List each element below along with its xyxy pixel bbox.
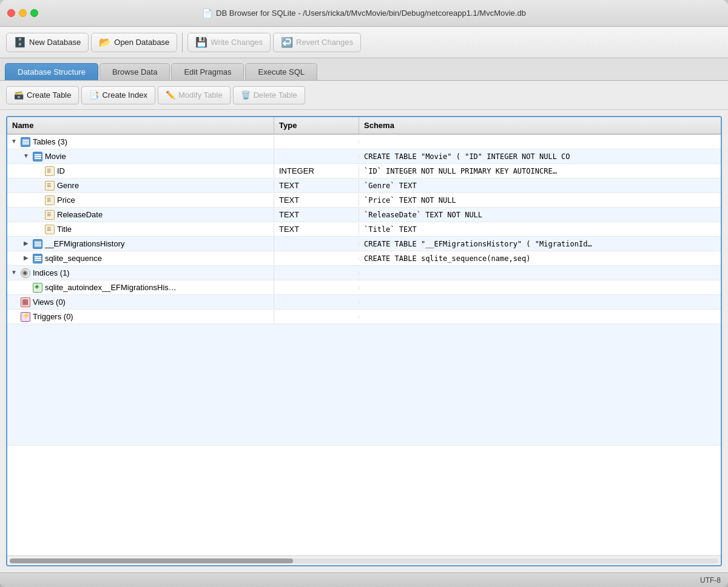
type-cell — [274, 140, 359, 144]
list-item[interactable]: ▼ Indices (1) — [7, 266, 721, 280]
list-item[interactable]: Triggers (0) — [7, 310, 721, 324]
column-icon — [45, 181, 55, 191]
list-item[interactable]: ▶ __EFMigrationsHistory CREATE TABLE "__… — [7, 237, 721, 251]
main-window: 📄 DB Browser for SQLite - /Users/ricka/t… — [0, 0, 728, 587]
open-database-button[interactable]: 📂 Open Database — [91, 33, 177, 52]
table-icon — [33, 239, 42, 249]
type-cell: TEXT — [274, 208, 359, 221]
name-cell: ReleaseDate — [7, 208, 274, 222]
toggle-arrow[interactable]: ▶ — [22, 240, 30, 248]
schema-cell: CREATE TABLE "__EFMigrationsHistory" ( "… — [359, 238, 721, 250]
list-item[interactable]: Title TEXT `Title` TEXT — [7, 222, 721, 237]
type-cell — [274, 286, 359, 290]
open-database-icon: 📂 — [99, 36, 111, 48]
schema-cell — [359, 286, 721, 290]
type-cell — [274, 155, 359, 158]
create-index-button[interactable]: 📑 Create Index — [81, 86, 155, 104]
open-database-label: Open Database — [114, 38, 169, 47]
traffic-lights — [7, 9, 38, 17]
list-item[interactable]: ID INTEGER `ID` INTEGER NOT NULL PRIMARY… — [7, 164, 721, 178]
schema-cell: CREATE TABLE "Movie" ( "ID" INTEGER NOT … — [359, 151, 721, 163]
type-cell: INTEGER — [274, 165, 359, 177]
list-item[interactable]: ▼ Movie CREATE TABLE "Movie" ( "ID" INTE… — [7, 149, 721, 164]
name-cell: Views (0) — [7, 296, 274, 309]
new-database-label: New Database — [29, 38, 81, 47]
maximize-button[interactable] — [30, 9, 38, 17]
tab-execute-sql[interactable]: Execute SQL — [245, 63, 317, 80]
list-item[interactable]: Price TEXT `Price` TEXT NOT NULL — [7, 193, 721, 208]
list-item[interactable]: ▼ Tables (3) — [7, 135, 721, 149]
horizontal-scrollbar[interactable] — [7, 555, 721, 565]
tab-database-structure[interactable]: Database Structure — [5, 63, 98, 80]
type-cell: TEXT — [274, 194, 359, 206]
new-database-button[interactable]: 🗄️ New Database — [6, 33, 89, 52]
write-changes-button[interactable]: 💾 Write Changes — [187, 33, 271, 52]
table-icon — [33, 254, 42, 263]
tree-table: Name Type Schema ▼ Tables (3) — [6, 116, 722, 566]
toggle-arrow[interactable]: ▼ — [22, 152, 30, 161]
delete-table-button[interactable]: 🗑️ Delete Table — [233, 86, 305, 104]
modify-table-label: Modify Table — [178, 90, 223, 100]
type-cell: TEXT — [274, 223, 359, 236]
list-item[interactable]: Views (0) — [7, 295, 721, 310]
close-button[interactable] — [7, 9, 15, 17]
action-bar: 🗃️ Create Table 📑 Create Index ✏️ Modify… — [0, 81, 728, 110]
window-title: 📄 DB Browser for SQLite - /Users/ricka/t… — [202, 8, 526, 18]
document-icon: 📄 — [202, 8, 212, 18]
name-cell: ▶ sqlite_sequence — [7, 252, 274, 265]
col-header-name: Name — [7, 117, 274, 134]
name-cell: Title — [7, 223, 274, 236]
column-icon — [45, 195, 55, 205]
schema-cell: `ID` INTEGER NOT NULL PRIMARY KEY AUTOIN… — [359, 165, 721, 177]
write-changes-label: Write Changes — [211, 38, 263, 47]
type-cell — [274, 271, 359, 275]
create-index-icon: 📑 — [89, 90, 99, 100]
revert-changes-button[interactable]: ↩️ Revert Changes — [273, 33, 361, 52]
type-cell — [274, 242, 359, 246]
status-bar: UTF-8 — [0, 572, 728, 587]
list-item[interactable]: Genre TEXT `Genre` TEXT — [7, 178, 721, 193]
indices-icon — [21, 268, 30, 278]
schema-cell — [359, 140, 721, 144]
type-cell — [274, 315, 359, 319]
schema-cell: `Genre` TEXT — [359, 180, 721, 192]
column-icon — [45, 166, 55, 176]
encoding-label: UTF-8 — [700, 576, 721, 585]
table-icon — [33, 152, 42, 161]
name-cell: Triggers (0) — [7, 310, 274, 324]
list-item[interactable]: ▶ sqlite_sequence CREATE TABLE sqlite_se… — [7, 251, 721, 266]
title-bar: 📄 DB Browser for SQLite - /Users/ricka/t… — [0, 0, 728, 27]
toolbar-separator — [182, 33, 183, 52]
name-cell: ▶ __EFMigrationsHistory — [7, 237, 274, 251]
toggle-arrow[interactable]: ▼ — [10, 269, 18, 277]
table-body[interactable]: ▼ Tables (3) ▼ Movie CREATE TABLE — [7, 135, 721, 555]
main-toolbar: 🗄️ New Database 📂 Open Database 💾 Write … — [0, 27, 728, 58]
list-item[interactable]: sqlite_autoindex__EFMigrationsHis… — [7, 280, 721, 295]
view-icon — [21, 297, 30, 307]
col-header-schema: Schema — [359, 117, 721, 134]
revert-changes-icon: ↩️ — [281, 36, 293, 48]
name-cell: ▼ Tables (3) — [7, 135, 274, 149]
toggle-arrow[interactable]: ▼ — [10, 138, 18, 146]
schema-cell — [359, 300, 721, 304]
create-table-button[interactable]: 🗃️ Create Table — [6, 86, 79, 104]
column-icon — [45, 210, 55, 220]
modify-table-button[interactable]: ✏️ Modify Table — [158, 86, 231, 104]
list-item[interactable]: ReleaseDate TEXT `ReleaseDate` TEXT NOT … — [7, 208, 721, 222]
scroll-track[interactable] — [10, 558, 718, 563]
type-cell — [274, 257, 359, 260]
index-icon — [33, 283, 42, 293]
create-table-label: Create Table — [27, 90, 71, 100]
schema-cell: `Price` TEXT NOT NULL — [359, 194, 721, 206]
scroll-thumb[interactable] — [10, 558, 293, 563]
name-cell: Price — [7, 194, 274, 207]
name-cell: ▼ Movie — [7, 150, 274, 163]
new-database-icon: 🗄️ — [14, 36, 26, 48]
toggle-arrow[interactable]: ▶ — [22, 254, 30, 263]
empty-space — [7, 324, 721, 446]
tab-browse-data[interactable]: Browse Data — [99, 63, 170, 80]
tab-edit-pragmas[interactable]: Edit Pragmas — [171, 63, 244, 80]
minimize-button[interactable] — [19, 9, 27, 17]
column-icon — [45, 225, 55, 234]
col-header-type: Type — [274, 117, 359, 134]
